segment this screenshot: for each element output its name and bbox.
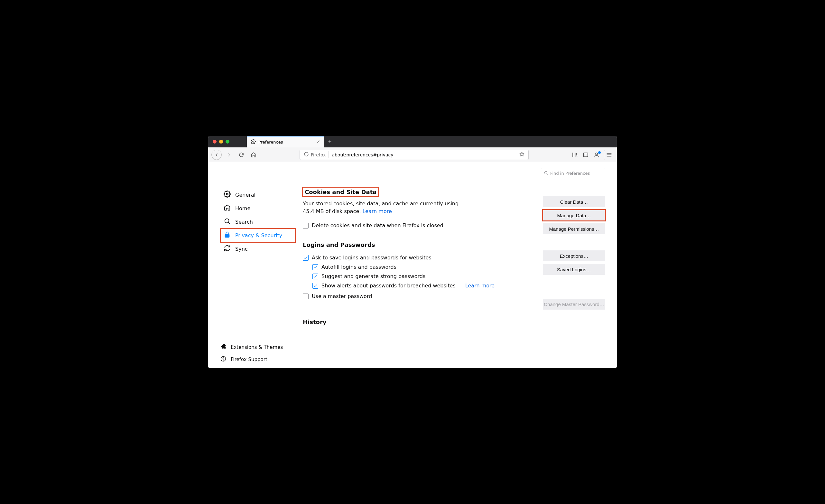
account-button[interactable] [592,150,601,160]
new-tab-button[interactable] [324,136,335,147]
sidebar-item-label: Sync [235,246,248,252]
tab-title: Preferences [258,140,283,145]
lock-icon [224,231,231,239]
sidebar-firefox-support[interactable]: Firefox Support [220,356,295,363]
tab-preferences[interactable]: Preferences [247,136,324,147]
sidebar-item-sync[interactable]: Sync [220,242,295,256]
preferences-sidebar: General Home Search Privacy & Security [208,162,295,368]
svg-point-0 [252,141,254,142]
browser-window: Preferences Firefox [208,136,617,368]
help-icon [220,356,226,363]
checkbox-autofill[interactable] [312,264,318,270]
url-bar[interactable]: Firefox about:preferences#privacy [300,150,529,160]
zoom-window-button[interactable] [226,140,229,144]
checkbox-suggest[interactable] [312,274,318,279]
library-button[interactable] [570,150,580,160]
identity-label: Firefox [311,152,326,157]
checkbox-master-password[interactable] [303,293,309,299]
find-in-preferences[interactable]: Find in Preferences [541,168,605,178]
back-button[interactable] [211,150,222,160]
checkbox-label: Autofill logins and passwords [321,264,396,270]
svg-point-1 [304,152,308,156]
checkbox-label: Use a master password [312,293,372,299]
clear-data-button[interactable]: Clear Data… [543,196,605,207]
section-logins: Logins and Passwords Ask to save logins … [303,241,605,299]
checkbox-ask-save[interactable] [303,255,309,261]
logins-heading: Logins and Passwords [303,241,375,248]
nav-toolbar: Firefox about:preferences#privacy [208,147,617,162]
checkbox-label: Delete cookies and site data when Firefo… [312,222,443,228]
svg-rect-2 [583,153,588,157]
svg-point-3 [596,153,598,155]
sidebar-footer-label: Extensions & Themes [231,344,283,350]
reload-button[interactable] [236,150,246,160]
forward-button[interactable] [224,150,234,160]
home-icon [224,204,231,212]
section-history: History [303,318,605,329]
manage-permissions-button[interactable]: Manage Permissions… [543,223,605,234]
firefox-icon [304,152,309,158]
change-master-password-button: Change Master Password… [543,299,605,310]
preferences-page: Find in Preferences General Home [208,162,617,368]
cookies-learn-more-link[interactable]: Learn more [362,208,392,214]
sidebar-item-label: General [235,192,255,198]
puzzle-icon [220,344,226,351]
close-tab-icon[interactable] [316,140,320,145]
app-menu-button[interactable] [604,150,614,160]
sidebar-item-search[interactable]: Search [220,215,295,228]
titlebar: Preferences [208,136,617,147]
close-window-button[interactable] [213,140,217,144]
notification-dot-icon [598,151,601,154]
window-controls [208,136,247,147]
preferences-main: Cookies and Site Data Your stored cookie… [295,162,617,368]
sidebar-item-label: Home [235,205,250,211]
find-placeholder: Find in Preferences [550,171,590,176]
bookmark-star-icon[interactable] [517,152,527,158]
svg-rect-7 [225,234,229,237]
section-cookies: Cookies and Site Data Your stored cookie… [303,187,605,228]
minimize-window-button[interactable] [219,140,223,144]
manage-data-button[interactable]: Manage Data… [543,210,605,221]
sidebar-footer-label: Firefox Support [231,357,268,362]
site-identity[interactable]: Firefox [301,151,328,158]
cookies-heading: Cookies and Site Data [303,187,378,197]
checkbox-label: Suggest and generate strong passwords [321,273,425,279]
svg-point-9 [223,360,224,360]
sidebar-toggle-button[interactable] [581,150,590,160]
sidebar-item-general[interactable]: General [220,188,295,202]
checkbox-alerts[interactable] [312,283,318,289]
url-text: about:preferences#privacy [328,152,517,157]
gear-icon [251,139,256,145]
saved-logins-button[interactable]: Saved Logins… [543,264,605,275]
sidebar-item-label: Search [235,219,253,225]
search-icon [224,218,231,226]
checkbox-label: Ask to save logins and passwords for web… [312,255,432,261]
checkbox-delete-on-close[interactable] [303,223,309,228]
exceptions-button[interactable]: Exceptions… [543,250,605,261]
gear-icon [224,191,231,199]
sidebar-extensions-themes[interactable]: Extensions & Themes [220,344,295,351]
sidebar-item-label: Privacy & Security [235,232,282,238]
home-button[interactable] [249,150,258,160]
sidebar-item-privacy-security[interactable]: Privacy & Security [220,228,295,242]
sidebar-item-home[interactable]: Home [220,202,295,215]
logins-learn-more-link[interactable]: Learn more [465,283,495,289]
sync-icon [224,244,231,253]
checkbox-label: Show alerts about passwords for breached… [321,283,456,289]
svg-point-5 [226,193,228,195]
history-heading: History [303,318,326,326]
search-icon [544,170,548,176]
